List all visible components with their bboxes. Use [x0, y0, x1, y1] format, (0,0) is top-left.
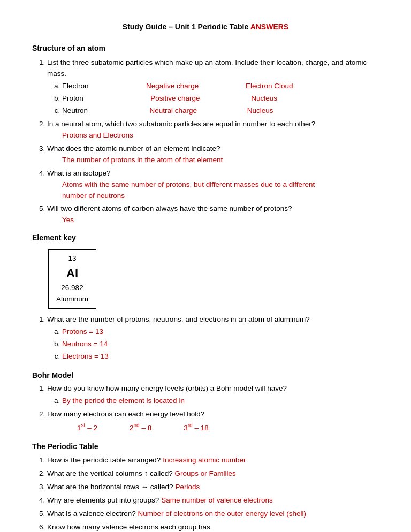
structure-heading: Structure of an atom [32, 43, 379, 55]
particle-neutron-location: Nucleus [247, 107, 273, 115]
structure-q5-answer: Yes [62, 216, 74, 224]
aluminum-electrons: Electrons = 13 [62, 351, 379, 362]
energy-level-2: 2nd – 8 [130, 421, 151, 434]
pt-q1-text: How is the periodic table arranged? [47, 456, 163, 464]
pt-q1-answer: Increasing atomic number [163, 456, 246, 464]
periodic-table-questions: How is the periodic table arranged? Incr… [47, 455, 379, 532]
bohr-model-questions: How do you know how many energy levels (… [47, 383, 379, 434]
structure-q2-answer: Protons and Electrons [62, 131, 133, 139]
aluminum-electrons-answer: Electrons = 13 [62, 352, 109, 360]
structure-q5: Will two different atoms of carbon alway… [47, 203, 379, 226]
pt-q3-text: What are the horizontal rows ↔ called? [47, 483, 175, 491]
bohr-q1: How do you know how many energy levels (… [47, 383, 379, 407]
bohr-model-section: Bohr Model How do you know how many ener… [32, 370, 379, 434]
pt-q6-text: Know how many valence electrons each gro… [47, 523, 210, 531]
pt-q2-text: What are the vertical columns ↕ called? [47, 469, 175, 477]
element-box: 13 Al 26.982 Aluminum [48, 249, 96, 309]
structure-q3-answer: The number of protons in the atom of tha… [62, 156, 223, 164]
bohr-q1-answers: By the period the element is located in [62, 396, 379, 407]
pt-q4-text: Why are elements put into groups? [47, 496, 161, 504]
particle-proton-name: Proton [62, 94, 83, 102]
structure-q4-answer-line2: number of neutrons [62, 192, 125, 200]
aluminum-answers: Protons = 13 Neutrons = 14 Electrons = 1… [62, 326, 379, 362]
structure-q4-text: What is an isotope? [47, 169, 111, 177]
page-title: Study Guide – Unit 1 Periodic Table ANSW… [32, 21, 379, 33]
element-key-questions: What are the number of protons, neutrons… [47, 314, 379, 362]
particle-proton-location: Nucleus [251, 94, 277, 102]
periodic-table-heading: The Periodic Table [32, 441, 379, 453]
bohr-model-heading: Bohr Model [32, 370, 379, 382]
energy-level-1: 1st – 2 [77, 421, 97, 434]
particle-proton: Proton Positive charge Nucleus [62, 93, 379, 104]
particle-electron: Electron Negative charge Electron Cloud [62, 81, 379, 92]
atomic-number: 13 [51, 253, 94, 264]
structure-q2-text: In a neutral atom, which two subatomic p… [47, 120, 315, 128]
particles-list: Electron Negative charge Electron Cloud … [62, 81, 379, 117]
particle-neutron-name: Neutron [62, 107, 88, 115]
title-answers: ANSWERS [250, 22, 289, 31]
bohr-q1-answer-text: By the period the element is located in [62, 397, 185, 405]
structure-q3-text: What does the atomic number of an elemen… [47, 145, 220, 153]
structure-q4: What is an isotope? Atoms with the same … [47, 168, 379, 202]
structure-q1-text: List the three subatomic particles which… [47, 58, 367, 78]
element-key-section: Element key 13 Al 26.982 Aluminum What a… [32, 232, 379, 362]
energy-level-3: 3rd – 18 [184, 421, 209, 434]
pt-q5-answer: Number of electrons on the outer energy … [138, 510, 306, 518]
particle-electron-location: Electron Cloud [246, 82, 293, 90]
structure-questions: List the three subatomic particles which… [47, 57, 379, 226]
pt-q2: What are the vertical columns ↕ called? … [47, 468, 379, 480]
aluminum-protons-answer: Protons = 13 [62, 328, 103, 336]
element-key-q1: What are the number of protons, neutrons… [47, 314, 379, 362]
bohr-q1-answer: By the period the element is located in [62, 396, 379, 407]
particle-neutron-charge: Neutral charge [150, 107, 197, 115]
aluminum-neutrons: Neutrons = 14 [62, 339, 379, 350]
aluminum-protons: Protons = 13 [62, 326, 379, 338]
title-text: Study Guide – Unit 1 Periodic Table [123, 22, 250, 31]
pt-q3: What are the horizontal rows ↔ called? P… [47, 482, 379, 493]
structure-section: Structure of an atom List the three suba… [32, 43, 379, 226]
element-key-q1-text: What are the number of protons, neutrons… [47, 315, 310, 323]
periodic-table-section: The Periodic Table How is the periodic t… [32, 441, 379, 532]
element-name: Aluminum [51, 294, 94, 305]
pt-q4-answer: Same number of valence electrons [161, 496, 273, 504]
pt-q4: Why are elements put into groups? Same n… [47, 495, 379, 506]
pt-q5-text: What is a valence electron? [47, 510, 138, 518]
particle-electron-name: Electron [62, 82, 89, 90]
pt-q5: What is a valence electron? Number of el… [47, 508, 379, 520]
structure-q1: List the three subatomic particles which… [47, 57, 379, 117]
bohr-q1-text: How do you know how many energy levels (… [47, 384, 287, 392]
particle-electron-charge: Negative charge [146, 82, 199, 90]
energy-levels: 1st – 2 2nd – 8 3rd – 18 [77, 421, 379, 434]
pt-q1: How is the periodic table arranged? Incr… [47, 455, 379, 466]
element-symbol: Al [51, 264, 94, 283]
element-mass: 26.982 [51, 283, 94, 294]
pt-q3-answer: Periods [175, 483, 200, 491]
bohr-q2-text: How many electrons can each energy level… [47, 410, 204, 418]
structure-q4-answer-line1: Atoms with the same number of protons, b… [62, 180, 315, 188]
structure-q5-text: Will two different atoms of carbon alway… [47, 204, 292, 212]
pt-q2-answer: Groups or Families [175, 469, 236, 477]
bohr-q2: How many electrons can each energy level… [47, 409, 379, 434]
aluminum-neutrons-answer: Neutrons = 14 [62, 340, 108, 348]
pt-q6: Know how many valence electrons each gro… [47, 522, 379, 532]
structure-q2: In a neutral atom, which two subatomic p… [47, 119, 379, 141]
structure-q3: What does the atomic number of an elemen… [47, 143, 379, 166]
element-key-heading: Element key [32, 232, 379, 244]
particle-proton-charge: Positive charge [150, 94, 200, 102]
particle-neutron: Neutron Neutral charge Nucleus [62, 105, 379, 117]
